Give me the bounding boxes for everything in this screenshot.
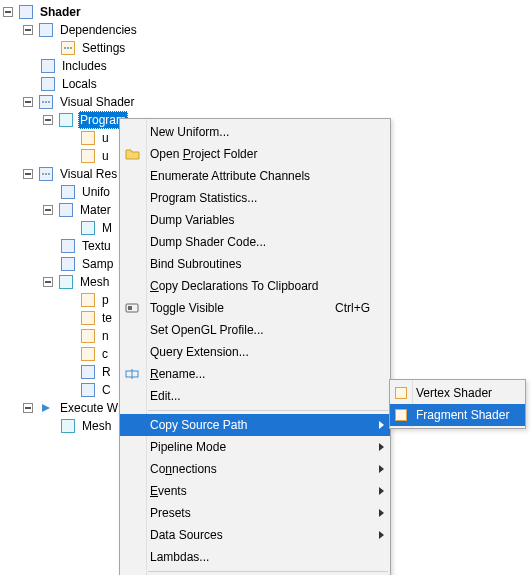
svg-rect-2 [128,306,132,310]
menu-label: Program Statistics... [150,191,370,205]
menu-label: Toggle Visible [150,301,325,315]
group-icon [38,94,54,110]
program-icon [58,112,74,128]
menu-label: New Uniform... [150,125,370,139]
toggle-icon [124,299,142,317]
menu-label: Lambdas... [150,550,370,564]
tree-label: Includes [60,57,109,75]
tree-label: u [100,147,111,165]
item-icon [80,148,96,164]
tree-label: Execute W [58,399,120,417]
tree-node-visual-shader[interactable]: Visual Shader [0,93,532,111]
menu-item-presets[interactable]: Presets [120,502,390,524]
rename-icon [124,365,142,383]
menu-item-enumerate-attr[interactable]: Enumerate Attribute Channels [120,165,390,187]
menu-item-connections[interactable]: Connections [120,458,390,480]
menu-label: Set OpenGL Profile... [150,323,370,337]
menu-item-dump-vars[interactable]: Dump Variables [120,209,390,231]
menu-label: Copy Declarations To Clipboard [150,279,370,293]
tree-label: Shader [38,3,83,21]
tree-label: Visual Res [58,165,119,183]
tree-node-includes[interactable]: Includes [0,57,532,75]
submenu-arrow-icon [379,421,384,429]
item-icon [80,220,96,236]
tree-label: Visual Shader [58,93,137,111]
menu-item-new-uniform[interactable]: New Uniform... [120,121,390,143]
menu-item-set-opengl[interactable]: Set OpenGL Profile... [120,319,390,341]
tree-label: Locals [60,75,99,93]
menu-item-query-ext[interactable]: Query Extension... [120,341,390,363]
menu-item-edit[interactable]: Edit... [120,385,390,407]
menu-label: Fragment Shader [416,408,515,422]
menu-label: Query Extension... [150,345,370,359]
item-icon [58,202,74,218]
expander-icon[interactable] [20,165,38,183]
tree-label: te [100,309,114,327]
expander-icon[interactable] [40,273,58,291]
menu-item-lambdas[interactable]: Lambdas... [120,546,390,568]
item-icon [80,130,96,146]
tree-node-dependencies[interactable]: Dependencies [0,21,532,39]
expander-icon[interactable] [0,3,18,21]
item-icon [80,292,96,308]
submenu-copy-source-path: Vertex Shader Fragment Shader [389,379,526,429]
menu-item-data-sources[interactable]: Data Sources [120,524,390,546]
menu-item-rename[interactable]: Rename... [120,363,390,385]
tree-label: Dependencies [58,21,139,39]
item-icon [80,346,96,362]
tree-label: Mesh [78,273,111,291]
svg-marker-0 [42,404,50,412]
tree-label: p [100,291,111,309]
expander-icon[interactable] [40,201,58,219]
expander-icon[interactable] [20,399,38,417]
expander-icon[interactable] [20,21,38,39]
menu-item-copy-source-path[interactable]: Copy Source Path [120,414,390,436]
group-icon [38,166,54,182]
item-icon [80,382,96,398]
item-icon [392,384,410,402]
item-icon [80,364,96,380]
tree-node-settings[interactable]: Settings [0,39,532,57]
menu-item-open-project-folder[interactable]: Open Project Folder [120,143,390,165]
submenu-arrow-icon [379,531,384,539]
group-icon [40,58,56,74]
tree-label: u [100,129,111,147]
menu-label: Open Project Folder [150,147,370,161]
module-icon [18,4,34,20]
tree-label: M [100,219,114,237]
menu-item-dump-shader[interactable]: Dump Shader Code... [120,231,390,253]
item-icon [80,328,96,344]
submenu-arrow-icon [379,487,384,495]
menu-item-program-stats[interactable]: Program Statistics... [120,187,390,209]
tree-label: Unifo [80,183,112,201]
menu-item-pipeline-mode[interactable]: Pipeline Mode [120,436,390,458]
menu-item-copy-decl[interactable]: Copy Declarations To Clipboard [120,275,390,297]
menu-item-bind-sub[interactable]: Bind Subroutines [120,253,390,275]
expander-icon[interactable] [40,111,58,129]
tree-node-shader[interactable]: Shader [0,3,532,21]
item-icon [80,310,96,326]
expander-icon[interactable] [20,93,38,111]
menu-label: Vertex Shader [416,386,515,400]
tree-label: Samp [80,255,115,273]
submenu-arrow-icon [379,443,384,451]
tree-label: Settings [80,39,127,57]
item-icon [60,238,76,254]
menu-label: Edit... [150,389,370,403]
item-icon [60,184,76,200]
submenu-item-fragment-shader[interactable]: Fragment Shader [390,404,525,426]
menu-separator [148,410,388,411]
menu-label: Connections [150,462,370,476]
menu-item-events[interactable]: Events [120,480,390,502]
submenu-arrow-icon [379,509,384,517]
menu-label: Dump Variables [150,213,370,227]
group-icon [38,22,54,38]
tree-label: n [100,327,111,345]
item-icon [58,274,74,290]
menu-item-toggle-visible[interactable]: Toggle Visible Ctrl+G [120,297,390,319]
menu-label: Enumerate Attribute Channels [150,169,370,183]
submenu-item-vertex-shader[interactable]: Vertex Shader [390,382,525,404]
tree-node-locals[interactable]: Locals [0,75,532,93]
menu-label: Presets [150,506,370,520]
tree-label: Mater [78,201,113,219]
